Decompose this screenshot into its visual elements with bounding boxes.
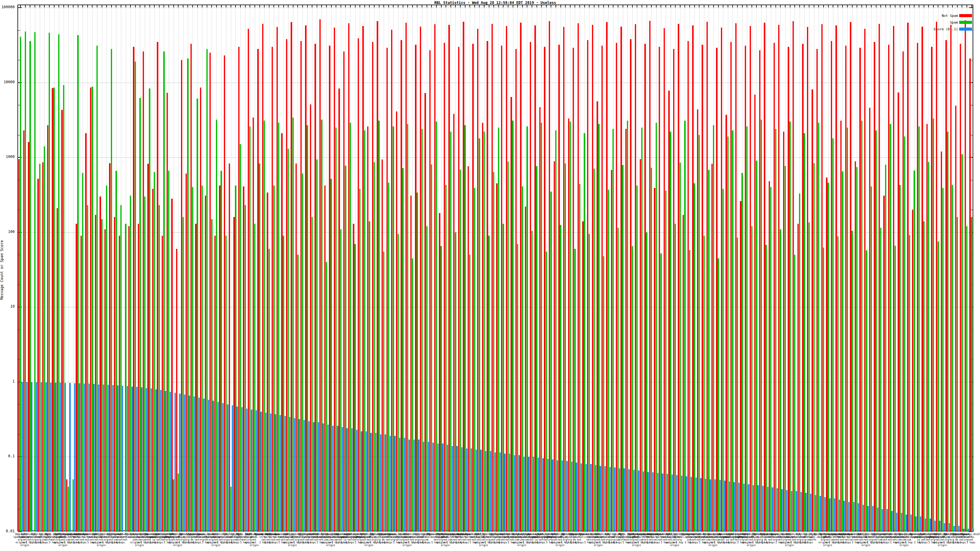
bar-not-spam	[673, 49, 675, 532]
bar-spam	[546, 252, 547, 532]
bar-score-0-1-	[323, 423, 324, 532]
bar-spam	[727, 137, 729, 532]
bar-score-0-1-	[375, 433, 376, 532]
bar-not-spam	[711, 164, 713, 532]
bar-spam	[139, 98, 140, 532]
bar-spam	[431, 164, 432, 532]
bar-score-0-1-	[562, 460, 563, 532]
x-tick-top	[422, 5, 422, 7]
x-tick-top	[216, 5, 217, 7]
bar-score-0-1-	[590, 464, 591, 532]
bar-score-0-1-	[848, 502, 850, 532]
x-tick-top	[145, 5, 145, 7]
bar-score-0-1-	[757, 485, 759, 532]
bar-not-spam	[859, 48, 861, 532]
bar-score-0-1-	[581, 464, 582, 532]
bar-score-0-1-	[939, 521, 940, 532]
bar-score-0-1-	[452, 446, 453, 532]
bar-not-spam	[215, 236, 216, 532]
x-tick-top	[646, 5, 647, 7]
bar-score-0-1-	[605, 466, 606, 532]
x-tick-top	[460, 5, 461, 7]
bar-spam	[63, 85, 64, 532]
x-tick-top	[713, 5, 714, 7]
bar-not-spam	[558, 45, 560, 532]
legend-row-notspam: Not Spam	[0, 14, 980, 18]
bar-not-spam	[893, 26, 894, 532]
bar-not-spam	[262, 24, 263, 532]
bar-score-0-1-	[686, 476, 687, 532]
bar-spam	[675, 224, 676, 532]
bar-not-spam	[840, 121, 842, 532]
bar-spam	[321, 120, 322, 532]
bar-not-spam	[960, 44, 961, 532]
bar-spam	[689, 250, 690, 532]
x-tick-top	[302, 5, 303, 7]
bar-score-0-1-	[929, 519, 931, 532]
bar-score-0-1-	[963, 529, 964, 532]
bar-score-0-1-	[547, 459, 549, 532]
bar-spam	[378, 121, 379, 532]
x-tick-top	[364, 5, 365, 7]
bar-score-0-1-	[614, 467, 615, 532]
x-tick-top	[584, 5, 585, 7]
bar-spam	[498, 128, 499, 532]
bar-spam	[445, 185, 447, 532]
x-tick-top	[880, 5, 881, 7]
bar-not-spam	[888, 45, 889, 532]
x-tick-top	[374, 5, 375, 7]
bar-spam	[293, 118, 294, 532]
x-tick-top	[211, 5, 212, 7]
bar-not-spam	[769, 181, 770, 532]
bar-spam	[283, 236, 284, 532]
bar-not-spam	[372, 42, 373, 532]
bar-not-spam	[869, 108, 870, 532]
bar-not-spam	[730, 42, 732, 532]
y-tick-label: 10000	[0, 80, 15, 84]
bar-score-0-1-	[433, 443, 434, 532]
bar-spam	[474, 188, 475, 532]
bar-not-spam	[917, 43, 918, 532]
y-tick-label: 100000	[0, 5, 15, 9]
bar-spam	[651, 168, 652, 532]
bar-spam	[560, 225, 561, 532]
bar-not-spam	[133, 47, 134, 532]
bar-not-spam	[18, 159, 20, 532]
bar-spam	[34, 32, 35, 532]
bar-not-spam	[81, 236, 82, 532]
bar-not-spam	[506, 26, 507, 532]
bar-spam	[73, 480, 74, 532]
bar-spam	[178, 473, 179, 532]
bar-score-0-1-	[791, 491, 792, 532]
bar-not-spam	[152, 189, 153, 532]
x-tick-top	[589, 5, 590, 7]
bar-score-0-1-	[528, 457, 529, 532]
bar-score-0-1-	[925, 519, 926, 532]
x-tick-top	[809, 5, 810, 7]
x-tick-top	[785, 5, 786, 7]
bar-spam	[412, 258, 413, 532]
bar-spam	[331, 179, 332, 532]
bar-score-0-1-	[733, 482, 735, 532]
bar-not-spam	[458, 47, 460, 532]
bar-score-0-1-	[203, 399, 204, 532]
x-tick-top	[336, 5, 336, 7]
x-tick-top	[866, 5, 867, 7]
legend-label-spam: Spam	[950, 21, 958, 24]
bar-not-spam	[387, 48, 388, 532]
x-tick-top	[164, 5, 164, 7]
x-tick-top	[407, 5, 408, 7]
x-tick-top	[948, 5, 948, 7]
bar-spam	[612, 129, 614, 532]
bar-score-0-1-	[390, 436, 391, 532]
bar-spam	[216, 120, 217, 532]
bar-score-0-1-	[662, 473, 663, 532]
bar-spam	[722, 189, 724, 532]
y-tick-label: 10	[0, 304, 15, 308]
x-tick-top	[546, 5, 547, 7]
x-tick-top	[971, 5, 972, 7]
x-tick-top	[73, 5, 73, 7]
x-tick-top	[742, 5, 743, 7]
x-tick-top	[44, 5, 45, 7]
x-tick-top	[852, 5, 853, 7]
